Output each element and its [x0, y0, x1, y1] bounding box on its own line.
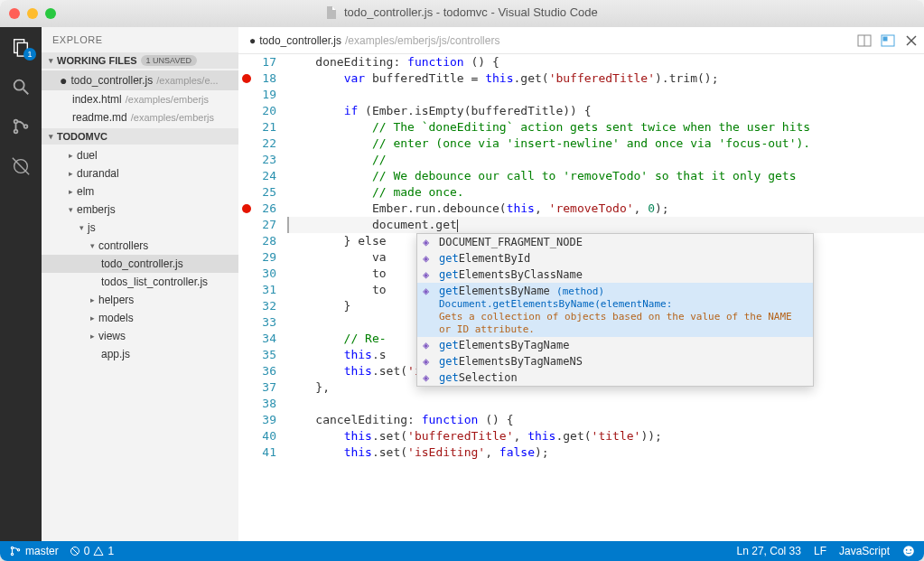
tree-item[interactable]: ▾ js — [42, 219, 238, 237]
sidebar-title: EXPLORE — [42, 27, 238, 52]
activity-bar: 1 — [0, 27, 42, 541]
autocomplete-item[interactable]: ◈getElementsByName (method) Document.get… — [417, 283, 813, 337]
breakpoint-icon[interactable] — [242, 74, 251, 83]
working-file-item[interactable]: ●todo_controller.js /examples/e... — [42, 70, 238, 90]
feedback-icon[interactable] — [902, 545, 915, 557]
eol[interactable]: LF — [814, 545, 826, 557]
chevron-icon: ▾ — [90, 241, 95, 250]
editor-tabs: ● todo_controller.js /examples/emberjs/j… — [238, 27, 924, 54]
svg-line-3 — [23, 89, 29, 95]
method-icon: ◈ — [423, 268, 434, 281]
autocomplete-item[interactable]: ◈getElementById — [417, 250, 813, 266]
tree-item[interactable]: ▾ emberjs — [42, 201, 238, 219]
method-icon: ◈ — [423, 252, 434, 265]
debug-icon[interactable] — [10, 155, 32, 177]
chevron-icon: ▸ — [69, 187, 73, 196]
svg-point-16 — [11, 553, 13, 555]
svg-point-20 — [903, 546, 914, 556]
explorer-icon[interactable]: 1 — [10, 36, 32, 58]
autocomplete-item[interactable]: ◈DOCUMENT_FRAGMENT_NODE — [417, 234, 813, 250]
workbench: 1 EXPLORE ▾ WORKING FILES 1 UNSAVED ●tod… — [0, 27, 924, 541]
sidebar: EXPLORE ▾ WORKING FILES 1 UNSAVED ●todo_… — [42, 27, 238, 541]
method-icon: ◈ — [423, 339, 434, 351]
autocomplete-popup[interactable]: ◈DOCUMENT_FRAGMENT_NODE◈getElementById◈g… — [416, 233, 814, 387]
tree-item[interactable]: ▸ models — [42, 309, 238, 327]
cursor-position[interactable]: Ln 27, Col 33 — [737, 545, 801, 557]
autocomplete-item[interactable]: ◈getSelection — [417, 369, 813, 386]
chevron-down-icon: ▾ — [49, 132, 53, 141]
method-icon: ◈ — [423, 371, 434, 384]
autocomplete-item[interactable]: ◈getElementsByTagName — [417, 337, 813, 353]
search-icon[interactable] — [10, 76, 32, 98]
tree-item[interactable]: ▾ controllers — [42, 237, 238, 255]
tree-item[interactable]: ▸ duel — [42, 146, 238, 164]
app-window: todo_controller.js - todomvc - Visual St… — [0, 0, 924, 561]
method-icon: ◈ — [423, 285, 434, 297]
method-icon: ◈ — [423, 236, 434, 248]
project-header[interactable]: ▾ TODOMVC — [42, 128, 238, 145]
svg-line-19 — [72, 548, 78, 554]
chevron-icon: ▸ — [90, 313, 95, 323]
breakpoint-icon[interactable] — [242, 204, 251, 213]
titlebar: todo_controller.js - todomvc - Visual St… — [0, 0, 924, 27]
tree-item[interactable]: app.js — [42, 345, 238, 363]
svg-point-2 — [14, 80, 24, 90]
svg-point-22 — [910, 549, 911, 551]
code-editor[interactable]: 1718192021222324252627282930313233343536… — [238, 54, 924, 541]
modified-dot-icon: ● — [60, 73, 67, 88]
working-files-header[interactable]: ▾ WORKING FILES 1 UNSAVED — [42, 52, 238, 69]
tree-item[interactable]: ▸ helpers — [42, 291, 238, 309]
tree-item[interactable]: todos_list_controller.js — [42, 273, 238, 291]
svg-point-4 — [14, 120, 18, 124]
language-mode[interactable]: JavaScript — [839, 545, 890, 557]
chevron-icon: ▾ — [79, 223, 84, 232]
method-icon: ◈ — [423, 355, 434, 368]
autocomplete-item[interactable]: ◈getElementsByTagNameNS — [417, 353, 813, 369]
toggle-panel-icon[interactable] — [881, 33, 895, 48]
svg-point-21 — [906, 549, 908, 551]
git-branch[interactable]: master — [9, 545, 59, 557]
tree-item[interactable]: todo_controller.js — [42, 255, 238, 273]
project-tree: ▸ duel▸ durandal▸ elm▾ emberjs▾ js▾ cont… — [42, 145, 238, 365]
chevron-icon: ▸ — [90, 332, 95, 341]
explorer-badge: 1 — [23, 48, 36, 61]
chevron-icon: ▸ — [90, 295, 95, 304]
modified-dot-icon: ● — [249, 34, 256, 47]
tree-item[interactable]: ▸ durandal — [42, 164, 238, 182]
chevron-icon: ▸ — [69, 151, 73, 160]
autocomplete-item[interactable]: ◈getElementsByClassName — [417, 266, 813, 283]
tree-item[interactable]: ▸ views — [42, 327, 238, 345]
status-bar: master 0 1 Ln 27, Col 33 LF JavaScript — [0, 541, 924, 561]
working-files-list: ●todo_controller.js /examples/e...index.… — [42, 69, 238, 128]
split-editor-icon[interactable] — [857, 33, 872, 48]
chevron-down-icon: ▾ — [49, 56, 53, 65]
tree-item[interactable]: ▸ elm — [42, 182, 238, 201]
svg-point-15 — [11, 547, 13, 548]
svg-line-8 — [13, 158, 29, 174]
chevron-icon: ▸ — [69, 169, 73, 178]
working-file-item[interactable]: readme.md /examples/emberjs — [42, 108, 238, 126]
close-icon[interactable] — [904, 33, 919, 48]
svg-rect-12 — [883, 37, 887, 41]
working-file-item[interactable]: index.html /examples/emberjs — [42, 90, 238, 108]
problems[interactable]: 0 1 — [70, 545, 114, 557]
svg-point-5 — [14, 130, 18, 134]
editor-area: ● todo_controller.js /examples/emberjs/j… — [238, 27, 924, 541]
unsaved-badge: 1 UNSAVED — [141, 55, 197, 66]
source-control-icon[interactable] — [10, 116, 32, 137]
gutter: 1718192021222324252627282930313233343536… — [238, 54, 287, 541]
chevron-icon: ▾ — [69, 205, 73, 214]
tab-actions — [857, 33, 919, 48]
file-icon — [326, 6, 337, 22]
window-title: todo_controller.js - todomvc - Visual St… — [0, 5, 924, 21]
tab-todo-controller[interactable]: ● todo_controller.js /examples/emberjs/j… — [244, 34, 505, 47]
